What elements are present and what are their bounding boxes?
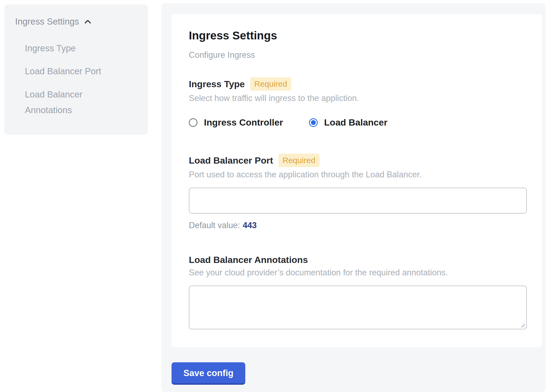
load-balancer-port-label: Load Balancer Port <box>189 155 273 166</box>
field-load-balancer-port: Load Balancer Port Required Port used to… <box>189 154 527 230</box>
radio-label: Load Balancer <box>324 117 387 128</box>
field-load-balancer-annotations: Load Balancer Annotations See your cloud… <box>189 255 527 329</box>
radio-selected-icon <box>309 118 318 127</box>
ingress-type-label: Ingress Type <box>189 79 245 89</box>
load-balancer-annotations-label: Load Balancer Annotations <box>189 255 527 265</box>
textarea-wrap <box>189 286 527 329</box>
sidebar-item-load-balancer-annotations[interactable]: Load Balancer Annotations <box>25 87 109 118</box>
required-badge: Required <box>279 154 320 167</box>
radio-unselected-icon <box>189 118 197 127</box>
config-card: Ingress Settings Configure Ingress Ingre… <box>172 14 542 347</box>
sidebar-nav: Ingress Settings Ingress Type Load Balan… <box>4 4 148 135</box>
sidebar-items: Ingress Type Load Balancer Port Load Bal… <box>15 40 137 118</box>
field-ingress-type: Ingress Type Required Select how traffic… <box>189 77 527 128</box>
load-balancer-port-help: Port used to access the application thro… <box>189 170 527 180</box>
ingress-type-radio-group: Ingress Controller Load Balancer <box>189 117 527 128</box>
page: Ingress Settings Ingress Type Load Balan… <box>0 0 550 392</box>
field-label-row: Load Balancer Port Required <box>189 154 527 167</box>
sidebar-item-load-balancer-port[interactable]: Load Balancer Port <box>25 63 137 79</box>
page-title: Ingress Settings <box>189 29 527 42</box>
default-value-line: Default value:443 <box>189 221 527 230</box>
required-badge: Required <box>250 77 291 91</box>
radio-label: Ingress Controller <box>204 117 283 128</box>
page-subtitle: Configure Ingress <box>189 50 527 60</box>
ingress-type-help: Select how traffic will ingress to the a… <box>189 93 527 103</box>
sidebar-title: Ingress Settings <box>15 16 79 27</box>
radio-option-load-balancer[interactable]: Load Balancer <box>309 117 387 128</box>
save-config-button[interactable]: Save config <box>172 362 245 385</box>
load-balancer-annotations-textarea[interactable] <box>189 286 527 329</box>
field-label-row: Ingress Type Required <box>189 77 527 91</box>
default-value-label: Default value: <box>189 221 240 230</box>
sidebar-item-ingress-type[interactable]: Ingress Type <box>25 40 137 56</box>
load-balancer-annotations-help: See your cloud provider’s documentation … <box>189 268 527 278</box>
config-panel: Ingress Settings Configure Ingress Ingre… <box>161 3 546 392</box>
load-balancer-port-input[interactable] <box>189 188 527 214</box>
default-value: 443 <box>243 221 257 230</box>
radio-option-ingress-controller[interactable]: Ingress Controller <box>189 117 283 128</box>
sidebar-item-ingress-settings[interactable]: Ingress Settings <box>15 16 137 27</box>
chevron-up-icon <box>83 18 92 26</box>
